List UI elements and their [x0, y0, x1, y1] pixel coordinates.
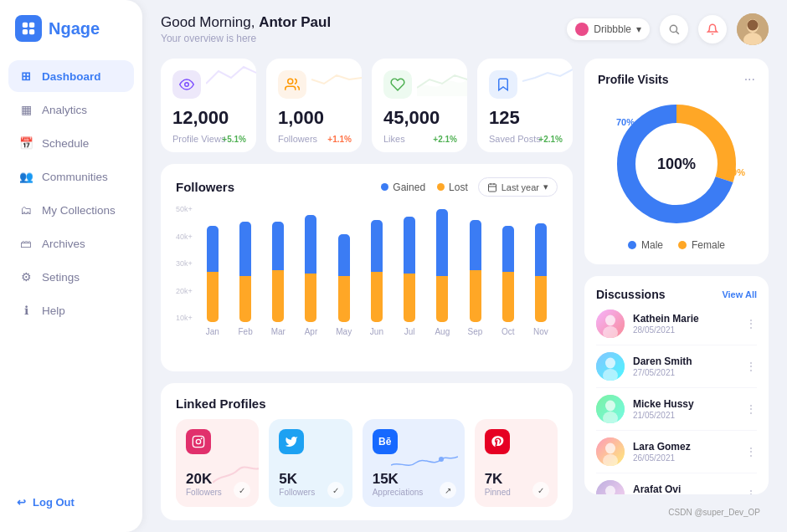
month-label-Jan: Jan	[199, 327, 226, 336]
analytics-icon: ▦	[18, 102, 33, 117]
profile-visits-more-button[interactable]: ···	[744, 72, 755, 87]
disc-more-button-1[interactable]: ⋮	[745, 360, 757, 373]
month-label-Apr: Apr	[297, 327, 324, 336]
sidebar-item-collections[interactable]: 🗂 My Collections	[8, 194, 134, 226]
discussion-item-4: Arafat Ovi 26/05/2021 ⋮	[596, 473, 757, 494]
stat-card-followers: 1,000 Followers +1.1%	[266, 59, 362, 152]
logo-text: Ngage	[49, 19, 100, 38]
disc-more-button-3[interactable]: ⋮	[745, 445, 757, 458]
sidebar-item-archives[interactable]: 🗃 Archives	[8, 228, 134, 259]
sidebar-item-help[interactable]: ℹ Help	[8, 294, 134, 326]
stat-change-saved: +2.1%	[538, 135, 563, 144]
bar-gained-Nov	[535, 223, 547, 276]
svg-point-19	[439, 457, 444, 462]
sidebar: Ngage ⊞ Dashboard ▦ Analytics 📅 Schedule…	[0, 0, 142, 532]
disc-more-button-0[interactable]: ⋮	[745, 317, 757, 330]
header: Good Morning, Antor Paul Your overview i…	[142, 0, 787, 52]
bar-group-Jul	[396, 217, 423, 322]
sidebar-item-schedule[interactable]: 📅 Schedule	[8, 127, 134, 159]
month-label-Oct: Oct	[495, 327, 522, 336]
sidebar-item-communities[interactable]: 👥 Communities	[8, 161, 134, 192]
chart-bars	[196, 205, 558, 322]
discussions-card: Discussions View All Kathein Marie 28/05…	[584, 276, 769, 494]
archives-icon: 🗃	[18, 236, 33, 251]
disc-date-2: 21/05/2021	[633, 411, 737, 420]
sidebar-nav: ⊞ Dashboard ▦ Analytics 📅 Schedule 👥 Com…	[0, 60, 142, 488]
month-label-Nov: Nov	[527, 327, 554, 336]
stat-change-likes: +2.1%	[433, 135, 457, 144]
bar-group-Mar	[265, 222, 291, 322]
disc-info-2: Micke Hussy 21/05/2021	[633, 398, 737, 420]
bar-lost-Oct	[502, 272, 514, 322]
bar-group-Feb	[232, 222, 259, 322]
linked-profiles-title: Linked Profiles	[176, 396, 558, 411]
chart-filter-button[interactable]: Last year ▾	[478, 177, 558, 197]
view-all-button[interactable]: View All	[722, 289, 757, 299]
svg-point-30	[605, 401, 615, 412]
legend-female: Female	[678, 239, 725, 251]
disc-date-1: 27/05/2021	[633, 368, 737, 377]
bar-lost-Sep	[470, 270, 481, 322]
disc-avatar-4	[596, 480, 625, 494]
disc-info-0: Kathein Marie 28/05/2021	[633, 313, 737, 335]
dashboard-icon: ⊞	[18, 69, 33, 84]
bar-lost-Jul	[404, 274, 415, 322]
stat-icon-views	[172, 70, 201, 99]
linked-profiles-row: 20K Followers ✓ 5K Followers	[176, 419, 558, 507]
month-label-Sep: Sep	[461, 327, 488, 336]
bar-gained-Sep	[470, 220, 481, 270]
chevron-down-icon: ▾	[636, 23, 641, 35]
sidebar-item-analytics[interactable]: ▦ Analytics	[8, 94, 134, 125]
followers-header: Followers Gained Lost	[176, 177, 558, 197]
content-area: 12,000 Profile Views +5.1% 1,000 Followe…	[142, 52, 787, 532]
stat-card-views: 12,000 Profile Views +5.1%	[161, 59, 256, 152]
pinterest-icon	[485, 429, 510, 454]
behance-check: ↗	[440, 482, 456, 499]
platform-badge[interactable]: Dribbble ▾	[567, 18, 650, 40]
notification-button[interactable]	[698, 15, 727, 43]
stat-num-followers: 1,000	[278, 107, 350, 129]
profile-visits-header: Profile Visits ···	[598, 72, 755, 87]
greeting-subtitle: Your overview is here	[161, 33, 557, 44]
help-icon: ℹ	[18, 303, 33, 318]
logout-button[interactable]: ↩ Log Out	[17, 496, 126, 509]
bar-gained-Mar	[272, 222, 284, 270]
stat-change-followers: +1.1%	[327, 135, 352, 144]
twitter-check: ✓	[327, 482, 344, 499]
stats-row: 12,000 Profile Views +5.1% 1,000 Followe…	[161, 59, 573, 152]
profile-visits-card: Profile Visits ··· 100%	[584, 59, 769, 264]
sidebar-item-settings[interactable]: ⚙ Setings	[8, 261, 134, 293]
bar-lost-Mar	[272, 270, 284, 322]
discussion-item-0: Kathein Marie 28/05/2021 ⋮	[596, 303, 757, 345]
month-label-May: May	[331, 327, 357, 336]
disc-more-button-4[interactable]: ⋮	[745, 488, 757, 494]
collections-icon: 🗂	[18, 202, 33, 217]
chart-container: 50k+ 40k+ 30k+ 20k+ 10k+ JanFebMarAprMay…	[176, 205, 558, 336]
svg-point-18	[201, 437, 203, 439]
sidebar-item-dashboard[interactable]: ⊞ Dashboard	[8, 60, 134, 92]
filter-chevron-icon: ▾	[543, 182, 548, 192]
linked-profiles-card: Linked Profiles 20K Followers ✓	[161, 383, 573, 520]
logo: Ngage	[0, 15, 142, 60]
followers-chart-card: Followers Gained Lost	[161, 164, 573, 371]
logout-icon: ↩	[17, 496, 26, 509]
discussions-title: Discussions	[596, 288, 665, 301]
disc-more-button-2[interactable]: ⋮	[745, 402, 757, 416]
disc-avatar-1	[596, 352, 625, 381]
month-label-Mar: Mar	[265, 327, 291, 336]
settings-icon: ⚙	[18, 269, 33, 284]
user-avatar[interactable]	[737, 13, 769, 45]
legend-lost: Lost	[437, 182, 468, 193]
legend-gained: Gained	[381, 182, 425, 193]
bar-lost-Nov	[535, 276, 547, 322]
stat-num-saved: 125	[489, 107, 561, 129]
discussions-header: Discussions View All	[596, 288, 757, 301]
disc-date-0: 28/05/2021	[633, 325, 737, 335]
svg-rect-16	[193, 436, 203, 447]
search-button[interactable]	[660, 15, 688, 43]
disc-info-1: Daren Smith 27/05/2021	[633, 356, 737, 377]
disc-name-3: Lara Gomez	[633, 441, 737, 453]
month-label-Aug: Aug	[429, 327, 455, 336]
male-dot	[628, 241, 636, 249]
chart-legend: Gained Lost	[381, 182, 467, 193]
